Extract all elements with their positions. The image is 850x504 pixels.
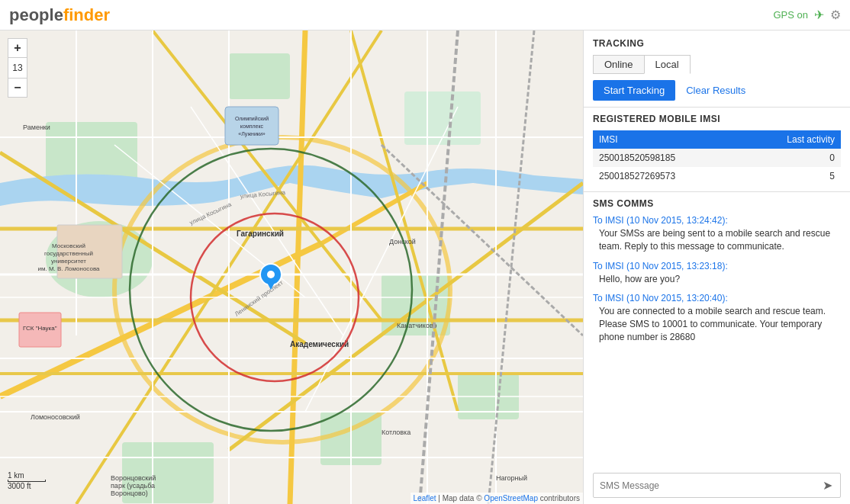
map-background: Московский государственный университет и… [0,30,583,504]
right-panel: TRACKING Online Local Start Tracking Cle… [583,30,850,504]
imsi-table-row[interactable]: 250018520598185 0 [593,149,841,167]
sms-message-body: Hello, how are you? [593,273,841,286]
scale-ft-label: 3000 ft [8,482,46,490]
svg-text:Воронцово): Воронцово) [111,490,148,497]
svg-text:им. М. В. Ломоносова: им. М. В. Ломоносова [38,265,101,272]
imsi-table-body: 250018520598185 0 250018527269573 5 [593,149,841,185]
logo-finder: finder [63,5,110,24]
sms-section: SMS COMMS To IMSI (10 Nov 2015, 13:24:42… [584,192,850,504]
logo-people: people [9,5,63,24]
settings-icon[interactable]: ⚙ [830,8,841,22]
tracking-actions: Start Tracking Clear Results [593,80,841,101]
svg-text:парк (усадьба: парк (усадьба [111,482,155,490]
tracking-section: TRACKING Online Local Start Tracking Cle… [584,30,850,108]
svg-text:Московский: Московский [52,242,85,249]
tracking-tabs: Online Local [593,55,841,74]
svg-text:ГСК "Наука": ГСК "Наука" [23,325,57,332]
svg-text:Донской: Донской [389,238,416,246]
app-logo: peoplefinder [9,5,110,25]
map-scale: 1 km 3000 ft [8,471,46,490]
imsi-section: REGISTERED MOBILE IMSI IMSI Last activit… [584,108,850,192]
osm-link[interactable]: OpenStreetMap [484,494,538,502]
header-right: GPS on ✈ ⚙ [773,8,841,22]
imsi-value: 250018520598185 [593,149,741,167]
svg-text:Котловка: Котловка [382,429,411,436]
activity-col-header: Last activity [741,130,841,149]
sms-message-item: To IMSI (10 Nov 2015, 13:20:40): You are… [593,293,841,343]
activity-value: 0 [741,149,841,167]
sms-message-header: To IMSI (10 Nov 2015, 13:20:40): [593,293,841,303]
scale-km-label: 1 km [8,471,46,480]
main-content: Московский государственный университет и… [0,30,850,504]
sms-message-item: To IMSI (10 Nov 2015, 13:24:42): Your SM… [593,215,841,253]
sms-send-button[interactable]: ➤ [815,474,840,497]
tab-local[interactable]: Local [644,55,691,74]
imsi-table-header: IMSI Last activity [593,130,841,149]
svg-text:Олимпийский: Олимпийский [235,116,269,121]
svg-text:Воронцовский: Воронцовский [111,474,156,482]
sms-message-body: You are connected to a mobile search and… [593,305,841,343]
svg-text:университет: университет [51,258,86,265]
start-tracking-button[interactable]: Start Tracking [593,80,675,101]
clear-results-button[interactable]: Clear Results [681,80,750,101]
svg-text:Гагаринский: Гагаринский [237,230,284,238]
svg-text:Раменки: Раменки [23,124,50,131]
imsi-col-header: IMSI [593,130,741,149]
sms-title: SMS COMMS [593,198,841,209]
sms-messages-list: To IMSI (10 Nov 2015, 13:24:42): Your SM… [593,215,841,467]
svg-text:«Лужники»: «Лужники» [238,131,266,137]
zoom-out-button[interactable]: − [8,78,27,98]
imsi-value: 250018527269573 [593,167,741,185]
tab-online[interactable]: Online [593,55,644,74]
svg-text:государственный: государственный [44,250,93,257]
tracking-title: TRACKING [593,38,841,49]
svg-rect-2 [229,53,290,99]
sms-message-header: To IMSI (10 Nov 2015, 13:24:42): [593,215,841,226]
gps-icon: ✈ [814,8,824,22]
imsi-title: REGISTERED MOBILE IMSI [593,114,841,124]
gps-status-label: GPS on [773,9,808,21]
sms-message-body: Your SMSs are being sent to a mobile sea… [593,227,841,253]
map-attribution: Leaflet | Map data © OpenStreetMap contr… [411,493,583,504]
zoom-in-button[interactable]: + [8,38,27,58]
leaflet-link[interactable]: Leaflet [414,494,436,502]
svg-text:Академический: Академический [290,340,349,348]
app-header: peoplefinder GPS on ✈ ⚙ [0,0,850,30]
svg-text:комплекс: комплекс [240,124,264,129]
svg-text:Канатчиково: Канатчиково [397,322,437,329]
activity-value: 5 [741,167,841,185]
zoom-level-display: 13 [8,58,27,78]
svg-text:Ломоносовский: Ломоносовский [31,413,80,421]
imsi-table-row[interactable]: 250018527269573 5 [593,167,841,185]
imsi-table: IMSI Last activity 250018520598185 0 250… [593,130,841,185]
sms-input-row: ➤ [593,473,841,498]
map-controls: + 13 − [8,38,27,98]
sms-message-header: To IMSI (10 Nov 2015, 13:23:18): [593,261,841,271]
svg-text:Нагорный: Нагорный [496,474,527,482]
sms-message-item: To IMSI (10 Nov 2015, 13:23:18): Hello, … [593,261,841,286]
map-container[interactable]: Московский государственный университет и… [0,30,583,504]
sms-input[interactable] [594,476,815,496]
